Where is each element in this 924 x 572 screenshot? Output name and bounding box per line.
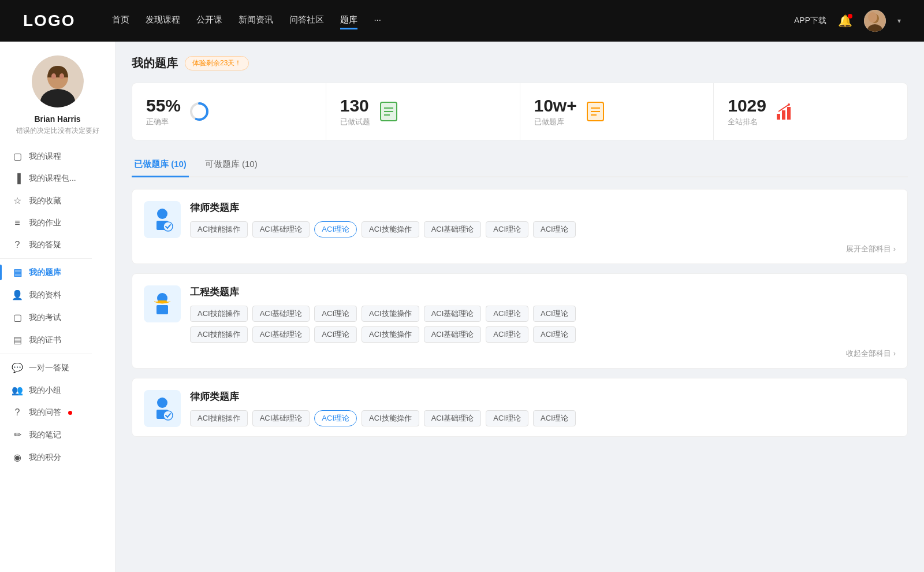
eng-tag-0[interactable]: ACI技能操作 xyxy=(190,306,248,322)
tag-1[interactable]: ACI基础理论 xyxy=(252,221,310,237)
page-body: Brian Harris 错误的决定比没有决定要好 ▢ 我的课程 ▐ 我的课程包… xyxy=(0,42,924,572)
sidebar-item-my-notes[interactable]: ✏ 我的笔记 xyxy=(0,424,115,446)
sidebar-item-course-pack-label: 我的课程包... xyxy=(29,173,76,184)
law2-tag-3[interactable]: ACI技能操作 xyxy=(362,410,419,426)
tag-4[interactable]: ACI基础理论 xyxy=(424,221,482,237)
sidebar-item-my-notes-label: 我的笔记 xyxy=(29,430,61,440)
tab-done[interactable]: 已做题库 (10) xyxy=(132,154,189,177)
my-cert-icon: ▤ xyxy=(12,335,23,346)
eng2-tag-1[interactable]: ACI基础理论 xyxy=(252,326,310,343)
eng2-tag-5[interactable]: ACI理论 xyxy=(486,326,528,343)
user-avatar[interactable] xyxy=(864,10,886,32)
eng2-tag-0[interactable]: ACI技能操作 xyxy=(190,326,248,343)
svg-point-8 xyxy=(59,73,64,79)
law2-tag-2-selected[interactable]: ACI理论 xyxy=(314,410,357,426)
eng2-tag-4[interactable]: ACI基础理论 xyxy=(424,326,482,343)
sidebar-item-favorites[interactable]: ☆ 我的收藏 xyxy=(0,190,115,212)
svg-point-25 xyxy=(788,103,790,106)
svg-point-26 xyxy=(157,209,167,219)
svg-rect-30 xyxy=(157,305,168,314)
law2-tag-1[interactable]: ACI基础理论 xyxy=(252,410,310,426)
app-download-button[interactable]: APP下载 xyxy=(794,16,826,26)
svg-point-3 xyxy=(868,12,877,23)
svg-rect-31 xyxy=(158,300,167,303)
qbank-card-engineer: 工程类题库 ACI技能操作 ACI基础理论 ACI理论 ACI技能操作 ACI基… xyxy=(132,273,908,369)
nav-qbank[interactable]: 题库 xyxy=(340,12,357,29)
my-courses-icon: ▢ xyxy=(12,151,23,162)
stat-accuracy-value: 55% xyxy=(146,96,181,116)
stat-rank: 1029 全站排名 xyxy=(714,83,907,140)
qbank-title-lawyer-1: 律师类题库 xyxy=(190,201,896,214)
my-qbank-icon: ▤ xyxy=(12,267,23,278)
svg-point-34 xyxy=(163,411,173,420)
eng-tag-2[interactable]: ACI理论 xyxy=(314,306,357,322)
tag-2-selected[interactable]: ACI理论 xyxy=(314,221,357,237)
sidebar-item-my-data[interactable]: 👤 我的资料 xyxy=(0,284,115,306)
nav-home[interactable]: 首页 xyxy=(112,12,129,29)
nav-open-course[interactable]: 公开课 xyxy=(196,12,222,29)
expand-link-lawyer-1[interactable]: 展开全部科目 › xyxy=(144,244,896,254)
eng-tag-3[interactable]: ACI技能操作 xyxy=(362,306,419,322)
sidebar-divider-1 xyxy=(0,258,92,259)
sidebar-item-my-qa[interactable]: ? 我的答疑 xyxy=(0,234,115,256)
tag-5[interactable]: ACI理论 xyxy=(486,221,528,237)
sidebar-item-my-cert[interactable]: ▤ 我的证书 xyxy=(0,329,115,351)
tag-0[interactable]: ACI技能操作 xyxy=(190,221,248,237)
nav-right: APP下载 🔔 ▾ xyxy=(794,10,901,32)
law2-tag-5[interactable]: ACI理论 xyxy=(486,410,528,426)
law2-tag-0[interactable]: ACI技能操作 xyxy=(190,410,248,426)
sidebar-item-my-exam[interactable]: ▢ 我的考试 xyxy=(0,306,115,329)
qbank-tags-lawyer-2: ACI技能操作 ACI基础理论 ACI理论 ACI技能操作 ACI基础理论 AC… xyxy=(190,410,896,426)
sidebar-user-name: Brian Harris xyxy=(34,114,80,124)
qbank-logo-engineer xyxy=(144,285,181,322)
stat-banks: 10w+ 已做题库 xyxy=(520,83,714,140)
nav-courses[interactable]: 发现课程 xyxy=(146,12,180,29)
collapse-link-engineer[interactable]: 收起全部科目 › xyxy=(144,348,896,359)
user-menu-chevron-icon[interactable]: ▾ xyxy=(897,17,901,25)
eng2-tag-6[interactable]: ACI理论 xyxy=(533,326,576,343)
notification-bell-icon[interactable]: 🔔 xyxy=(838,14,852,28)
eng2-tag-3[interactable]: ACI技能操作 xyxy=(362,326,419,343)
trial-badge: 体验剩余23天！ xyxy=(185,56,249,70)
tag-3[interactable]: ACI技能操作 xyxy=(362,221,419,237)
course-pack-icon: ▐ xyxy=(12,173,23,184)
sidebar: Brian Harris 错误的决定比没有决定要好 ▢ 我的课程 ▐ 我的课程包… xyxy=(0,42,116,572)
my-points-icon: ◉ xyxy=(12,452,23,463)
qbank-card-lawyer-2: 律师类题库 ACI技能操作 ACI基础理论 ACI理论 ACI技能操作 ACI基… xyxy=(132,378,908,437)
tab-available[interactable]: 可做题库 (10) xyxy=(203,154,260,177)
eng-tag-6[interactable]: ACI理论 xyxy=(533,306,576,322)
sidebar-item-my-cert-label: 我的证书 xyxy=(29,335,61,346)
sidebar-item-my-qbank[interactable]: ▤ 我的题库 xyxy=(0,261,115,284)
sidebar-item-one-on-one-label: 一对一答疑 xyxy=(29,363,69,373)
banks-icon xyxy=(585,101,606,122)
nav-more[interactable]: ··· xyxy=(374,12,381,29)
homework-icon: ≡ xyxy=(12,218,23,228)
eng-tag-5[interactable]: ACI理论 xyxy=(486,306,528,322)
sidebar-item-homework[interactable]: ≡ 我的作业 xyxy=(0,212,115,234)
nav-news[interactable]: 新闻资讯 xyxy=(239,12,273,29)
sidebar-item-my-courses[interactable]: ▢ 我的课程 xyxy=(0,145,115,168)
law2-tag-4[interactable]: ACI基础理论 xyxy=(424,410,482,426)
eng2-tag-2[interactable]: ACI理论 xyxy=(314,326,357,343)
law2-tag-6[interactable]: ACI理论 xyxy=(533,410,576,426)
tag-6[interactable]: ACI理论 xyxy=(533,221,576,237)
eng-tag-1[interactable]: ACI基础理论 xyxy=(252,306,310,322)
sidebar-item-my-points[interactable]: ◉ 我的积分 xyxy=(0,446,115,469)
stat-questions: 130 已做试题 xyxy=(326,83,520,140)
stat-banks-label: 已做题库 xyxy=(534,117,577,127)
sidebar-item-favorites-label: 我的收藏 xyxy=(29,196,61,206)
svg-rect-23 xyxy=(782,110,785,120)
sidebar-item-my-group[interactable]: 👥 我的小组 xyxy=(0,379,115,402)
questions-icon xyxy=(378,101,399,122)
sidebar-avatar xyxy=(32,55,84,107)
eng-tag-4[interactable]: ACI基础理论 xyxy=(424,306,482,322)
nav-qa[interactable]: 问答社区 xyxy=(289,12,324,29)
sidebar-item-my-questions[interactable]: ? 我的问答 xyxy=(0,402,115,424)
rank-icon xyxy=(774,101,795,122)
tabs-row: 已做题库 (10) 可做题库 (10) xyxy=(132,154,908,177)
stat-rank-label: 全站排名 xyxy=(728,117,766,127)
sidebar-item-one-on-one[interactable]: 💬 一对一答疑 xyxy=(0,356,115,379)
svg-point-11 xyxy=(195,107,204,116)
sidebar-item-course-pack[interactable]: ▐ 我的课程包... xyxy=(0,168,115,190)
stat-accuracy: 55% 正确率 xyxy=(132,83,326,140)
